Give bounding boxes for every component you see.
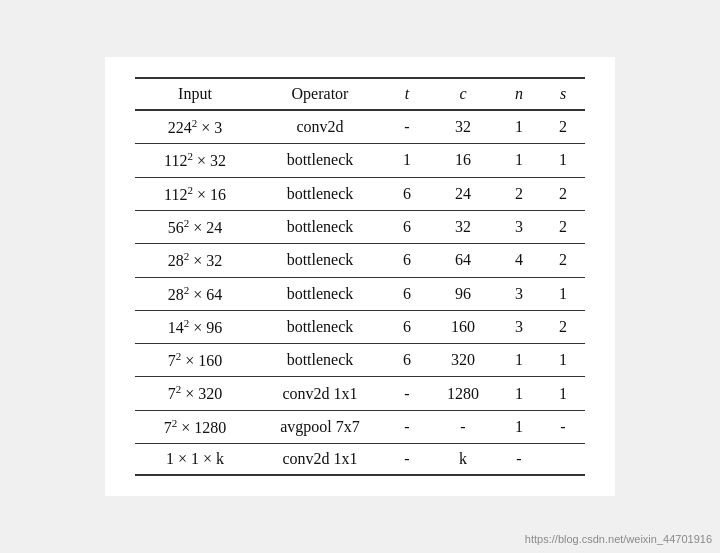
table-row: 282 × 64bottleneck69631 xyxy=(135,277,585,310)
table-row: 562 × 24bottleneck63232 xyxy=(135,210,585,243)
cell-s: 1 xyxy=(541,377,585,410)
cell-operator: bottleneck xyxy=(255,344,385,377)
cell-t: 6 xyxy=(385,210,429,243)
cell-operator: bottleneck xyxy=(255,310,385,343)
cell-input: 282 × 64 xyxy=(135,277,255,310)
col-header-input: Input xyxy=(135,78,255,110)
cell-s: 2 xyxy=(541,310,585,343)
cell-t: - xyxy=(385,410,429,443)
cell-t: - xyxy=(385,110,429,144)
cell-t: 6 xyxy=(385,244,429,277)
cell-s: 1 xyxy=(541,344,585,377)
table-row: 72 × 320conv2d 1x1-128011 xyxy=(135,377,585,410)
cell-t: - xyxy=(385,377,429,410)
cell-input: 72 × 160 xyxy=(135,344,255,377)
col-header-t: t xyxy=(385,78,429,110)
cell-s: 1 xyxy=(541,277,585,310)
cell-n: 1 xyxy=(497,377,541,410)
cell-c: 320 xyxy=(429,344,497,377)
cell-s: - xyxy=(541,410,585,443)
table-row: 2242 × 3conv2d-3212 xyxy=(135,110,585,144)
cell-operator: conv2d 1x1 xyxy=(255,377,385,410)
cell-input: 142 × 96 xyxy=(135,310,255,343)
cell-c: 64 xyxy=(429,244,497,277)
cell-operator: bottleneck xyxy=(255,244,385,277)
cell-c: k xyxy=(429,444,497,476)
watermark: https://blog.csdn.net/weixin_44701916 xyxy=(525,533,712,545)
cell-s: 2 xyxy=(541,110,585,144)
cell-n: 3 xyxy=(497,310,541,343)
cell-s: 2 xyxy=(541,210,585,243)
col-header-c: c xyxy=(429,78,497,110)
table-row: 1 × 1 × kconv2d 1x1-k- xyxy=(135,444,585,476)
cell-operator: bottleneck xyxy=(255,144,385,177)
cell-s: 2 xyxy=(541,244,585,277)
cell-n: 1 xyxy=(497,110,541,144)
cell-n: 1 xyxy=(497,144,541,177)
col-header-n: n xyxy=(497,78,541,110)
cell-operator: bottleneck xyxy=(255,210,385,243)
cell-input: 1122 × 16 xyxy=(135,177,255,210)
table-row: 1122 × 16bottleneck62422 xyxy=(135,177,585,210)
cell-s: 1 xyxy=(541,144,585,177)
cell-c: 32 xyxy=(429,210,497,243)
table-container: Input Operator t c n s 2242 × 3conv2d-32… xyxy=(105,57,615,496)
cell-t: 1 xyxy=(385,144,429,177)
cell-input: 72 × 320 xyxy=(135,377,255,410)
cell-n: 1 xyxy=(497,410,541,443)
cell-t: 6 xyxy=(385,277,429,310)
table-row: 142 × 96bottleneck616032 xyxy=(135,310,585,343)
cell-operator: conv2d 1x1 xyxy=(255,444,385,476)
cell-n: 1 xyxy=(497,344,541,377)
cell-operator: bottleneck xyxy=(255,277,385,310)
cell-n: 3 xyxy=(497,277,541,310)
cell-n: 3 xyxy=(497,210,541,243)
architecture-table: Input Operator t c n s 2242 × 3conv2d-32… xyxy=(135,77,585,476)
cell-c: - xyxy=(429,410,497,443)
cell-n: 4 xyxy=(497,244,541,277)
cell-s xyxy=(541,444,585,476)
table-row: 72 × 1280avgpool 7x7--1- xyxy=(135,410,585,443)
cell-n: 2 xyxy=(497,177,541,210)
cell-s: 2 xyxy=(541,177,585,210)
cell-t: 6 xyxy=(385,344,429,377)
col-header-s: s xyxy=(541,78,585,110)
cell-t: - xyxy=(385,444,429,476)
cell-c: 32 xyxy=(429,110,497,144)
table-row: 1122 × 32bottleneck11611 xyxy=(135,144,585,177)
cell-n: - xyxy=(497,444,541,476)
table-row: 282 × 32bottleneck66442 xyxy=(135,244,585,277)
cell-c: 16 xyxy=(429,144,497,177)
cell-c: 160 xyxy=(429,310,497,343)
cell-c: 24 xyxy=(429,177,497,210)
col-header-operator: Operator xyxy=(255,78,385,110)
cell-operator: bottleneck xyxy=(255,177,385,210)
cell-t: 6 xyxy=(385,310,429,343)
cell-operator: conv2d xyxy=(255,110,385,144)
header-row: Input Operator t c n s xyxy=(135,78,585,110)
cell-input: 72 × 1280 xyxy=(135,410,255,443)
cell-input: 1 × 1 × k xyxy=(135,444,255,476)
cell-input: 282 × 32 xyxy=(135,244,255,277)
cell-c: 1280 xyxy=(429,377,497,410)
cell-input: 1122 × 32 xyxy=(135,144,255,177)
cell-operator: avgpool 7x7 xyxy=(255,410,385,443)
cell-input: 562 × 24 xyxy=(135,210,255,243)
cell-input: 2242 × 3 xyxy=(135,110,255,144)
table-row: 72 × 160bottleneck632011 xyxy=(135,344,585,377)
cell-c: 96 xyxy=(429,277,497,310)
cell-t: 6 xyxy=(385,177,429,210)
